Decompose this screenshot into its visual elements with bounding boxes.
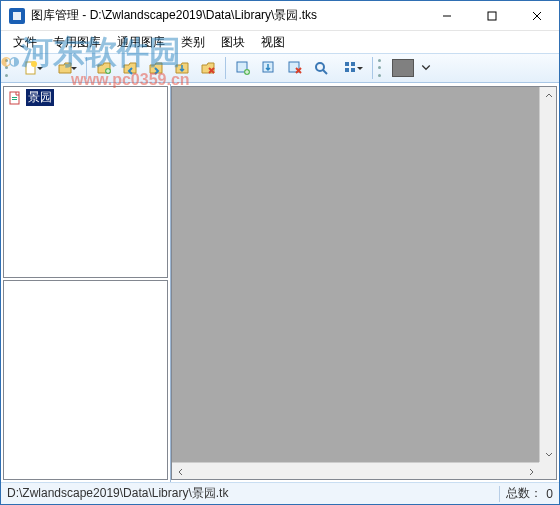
find-button[interactable] <box>309 56 333 80</box>
menu-file[interactable]: 文件 <box>5 32 45 53</box>
block-add-button[interactable] <box>231 56 255 80</box>
menubar: 文件 专用图库 通用图库 类别 图块 视图 <box>1 31 559 53</box>
content-pane[interactable] <box>171 86 557 480</box>
menu-view[interactable]: 视图 <box>253 32 293 53</box>
close-button[interactable] <box>514 1 559 30</box>
folder-prev-button[interactable] <box>118 56 142 80</box>
block-delete-button[interactable] <box>283 56 307 80</box>
scroll-down-button[interactable] <box>540 445 557 462</box>
toolbar <box>1 53 559 83</box>
menu-special-lib[interactable]: 专用图库 <box>45 32 109 53</box>
tree-root-item[interactable]: 景园 <box>4 87 167 108</box>
titlebar: 图库管理 - D:\Zwlandscape2019\Data\Library\景… <box>1 1 559 31</box>
toolbar-grip <box>5 57 10 79</box>
window-title: 图库管理 - D:\Zwlandscape2019\Data\Library\景… <box>31 7 424 24</box>
svg-rect-28 <box>12 99 17 100</box>
svg-line-21 <box>323 70 327 74</box>
scroll-corner <box>539 462 556 479</box>
svg-rect-22 <box>345 62 349 66</box>
status-count: 总数： 0 <box>506 485 553 502</box>
client-area: 景园 <box>1 83 559 482</box>
left-column: 景园 <box>1 84 171 482</box>
document-icon <box>8 91 22 105</box>
app-icon <box>9 8 25 24</box>
folder-import-button[interactable] <box>170 56 194 80</box>
svg-rect-27 <box>12 97 17 98</box>
scroll-right-button[interactable] <box>522 463 539 480</box>
maximize-button[interactable] <box>469 1 514 30</box>
svg-point-20 <box>316 63 324 71</box>
folder-next-button[interactable] <box>144 56 168 80</box>
color-swatch-button[interactable] <box>388 56 418 80</box>
color-dropdown-button[interactable] <box>420 56 432 80</box>
svg-rect-25 <box>351 68 355 72</box>
toolbar-sep <box>225 57 226 79</box>
folder-delete-button[interactable] <box>196 56 220 80</box>
menu-block[interactable]: 图块 <box>213 32 253 53</box>
svg-point-6 <box>31 61 37 67</box>
folder-new-button[interactable] <box>92 56 116 80</box>
svg-rect-2 <box>488 12 496 20</box>
minimize-button[interactable] <box>424 1 469 30</box>
preview-pane <box>3 280 168 480</box>
window-frame: 图库管理 - D:\Zwlandscape2019\Data\Library\景… <box>0 0 560 505</box>
tree-item-label: 景园 <box>26 89 54 106</box>
vertical-scrollbar[interactable] <box>539 87 556 462</box>
status-count-label: 总数： <box>506 485 542 502</box>
open-button[interactable] <box>49 56 81 80</box>
menu-general-lib[interactable]: 通用图库 <box>109 32 173 53</box>
statusbar: D:\Zwlandscape2019\Data\Library\景园.tk 总数… <box>1 482 559 504</box>
svg-rect-24 <box>345 68 349 72</box>
tree-pane[interactable]: 景园 <box>3 86 168 278</box>
menu-category[interactable]: 类别 <box>173 32 213 53</box>
status-path: D:\Zwlandscape2019\Data\Library\景园.tk <box>7 485 493 502</box>
toolbar-sep <box>86 57 87 79</box>
toolbar-sep <box>372 57 373 79</box>
svg-rect-23 <box>351 62 355 66</box>
status-count-value: 0 <box>546 487 553 501</box>
toolbar-grip <box>378 57 383 79</box>
horizontal-scrollbar[interactable] <box>172 462 539 479</box>
scroll-up-button[interactable] <box>540 87 557 104</box>
status-sep <box>499 486 500 502</box>
window-controls <box>424 1 559 30</box>
view-mode-button[interactable] <box>335 56 367 80</box>
new-button[interactable] <box>15 56 47 80</box>
scroll-left-button[interactable] <box>172 463 189 480</box>
block-import-button[interactable] <box>257 56 281 80</box>
svg-rect-0 <box>13 12 21 20</box>
color-swatch <box>392 59 414 77</box>
